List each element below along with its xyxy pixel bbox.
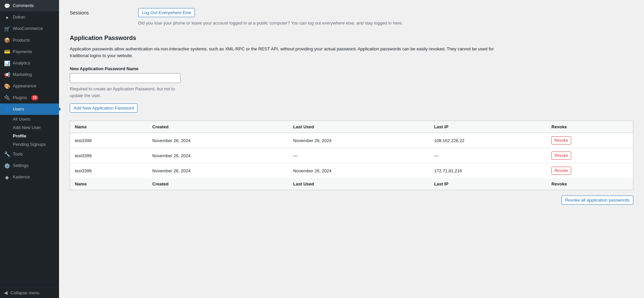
users-icon: 👤	[4, 106, 10, 112]
sidebar-item-users[interactable]: 👤Users	[0, 103, 59, 115]
table-header-row: Name Created Last Used Last IP Revoke	[70, 121, 633, 133]
row-last-ip: 172.71.81.216	[429, 163, 547, 178]
col-header-created: Created	[148, 121, 288, 133]
products-icon: 📦	[4, 37, 10, 43]
row-created: November 26, 2024	[148, 163, 288, 178]
submenu-item-profile[interactable]: Profile	[0, 132, 59, 140]
sidebar-item-kadence[interactable]: ◆Kadence	[0, 171, 59, 183]
sidebar-item-tools[interactable]: 🔧Tools	[0, 148, 59, 160]
collapse-menu-label: Collapse menu	[10, 290, 40, 295]
row-name: test3399	[70, 133, 148, 148]
plugins-badge: 10	[31, 95, 38, 100]
app-passwords-section: Application Passwords Application passwo…	[70, 35, 633, 205]
row-revoke-cell: Revoke	[547, 163, 633, 178]
sidebar-item-label-kadence: Kadence	[13, 174, 30, 180]
row-last-used: —	[288, 148, 429, 163]
col-footer-last-ip: Last IP	[429, 178, 547, 190]
analytics-icon: 📊	[4, 60, 10, 66]
settings-icon: ⚙️	[4, 163, 10, 169]
col-header-last-used: Last Used	[288, 121, 429, 133]
kadence-icon: ◆	[4, 174, 10, 180]
sidebar-item-label-marketing: Marketing	[13, 72, 32, 78]
sidebar-item-label-settings: Settings	[13, 163, 29, 169]
tools-icon: 🔧	[4, 151, 10, 157]
woocommerce-icon: 🛒	[4, 26, 10, 32]
row-name: test3399	[70, 148, 148, 163]
new-password-name-hint: Required to create an Application Passwo…	[70, 86, 180, 99]
revoke-all-row: Revoke all application passwords	[70, 196, 633, 205]
dokan-icon: ●	[4, 14, 10, 20]
revoke-button-0[interactable]: Revoke	[551, 136, 571, 144]
comments-icon: 💬	[4, 3, 10, 9]
sidebar-item-settings[interactable]: ⚙️Settings	[0, 160, 59, 171]
table-footer-row: Name Created Last Used Last IP Revoke	[70, 178, 633, 190]
sidebar-item-label-comments: Comments	[13, 3, 34, 9]
submenu-item-add-new-user[interactable]: Add New User	[0, 123, 59, 132]
app-passwords-description: Application passwords allow authenticati…	[70, 46, 506, 60]
col-header-last-ip: Last IP	[429, 121, 547, 133]
col-footer-created: Created	[148, 178, 288, 190]
sidebar-item-label-products: Products	[13, 37, 30, 43]
row-created: November 26, 2024	[148, 148, 288, 163]
revoke-button-2[interactable]: Revoke	[551, 167, 571, 175]
sidebar-item-label-plugins: Plugins	[13, 95, 27, 101]
col-footer-last-used: Last Used	[288, 178, 429, 190]
sidebar-item-label-woocommerce: WooCommerce	[13, 26, 43, 32]
row-name: test3399	[70, 163, 148, 178]
sessions-description: Did you lose your phone or leave your ac…	[138, 20, 633, 27]
row-last-ip: 108.162.226.22	[429, 133, 547, 148]
app-passwords-title: Application Passwords	[70, 35, 633, 42]
sessions-label: Sessions	[70, 8, 130, 15]
row-revoke-cell: Revoke	[547, 148, 633, 163]
revoke-button-1[interactable]: Revoke	[551, 152, 571, 160]
row-last-used: November 26, 2024	[288, 163, 429, 178]
row-created: November 26, 2024	[148, 133, 288, 148]
row-revoke-cell: Revoke	[547, 133, 633, 148]
plugins-icon: 🔌	[4, 95, 10, 101]
sidebar-item-comments[interactable]: 💬Comments	[0, 0, 59, 11]
sidebar-item-label-users: Users	[13, 106, 24, 112]
add-new-application-password-button[interactable]: Add New Application Password	[70, 103, 138, 113]
sidebar-item-woocommerce[interactable]: 🛒WooCommerce	[0, 23, 59, 34]
sidebar-item-payments[interactable]: 💳Payments	[0, 46, 59, 57]
sidebar-item-label-tools: Tools	[13, 151, 23, 157]
sessions-section: Sessions Log Out Everywhere Else Did you…	[70, 8, 633, 27]
new-password-name-label: New Application Password Name	[70, 66, 633, 71]
col-header-revoke: Revoke	[547, 121, 633, 133]
main-content: Sessions Log Out Everywhere Else Did you…	[59, 0, 644, 298]
users-submenu: All UsersAdd New UserProfilePending Sign…	[0, 115, 59, 148]
col-footer-name: Name	[70, 178, 148, 190]
collapse-menu-button[interactable]: ◀ Collapse menu	[0, 287, 59, 298]
appearance-icon: 🎨	[4, 83, 10, 89]
sidebar-item-appearance[interactable]: 🎨Appearance	[0, 80, 59, 92]
sessions-content: Log Out Everywhere Else Did you lose you…	[138, 8, 633, 27]
sidebar-item-label-payments: Payments	[13, 49, 32, 55]
sidebar: 💬Comments●Dokan🛒WooCommerce📦Products💳Pay…	[0, 0, 59, 298]
marketing-icon: 📢	[4, 72, 10, 78]
new-password-name-input[interactable]	[70, 73, 180, 83]
payments-icon: 💳	[4, 49, 10, 55]
submenu-item-pending-signups[interactable]: Pending Signups	[0, 140, 59, 148]
sidebar-item-marketing[interactable]: 📢Marketing	[0, 69, 59, 80]
table-row: test3399November 26, 2024November 26, 20…	[70, 133, 633, 148]
col-footer-revoke: Revoke	[547, 178, 633, 190]
row-last-used: November 26, 2024	[288, 133, 429, 148]
sidebar-item-plugins[interactable]: 🔌Plugins10	[0, 92, 59, 103]
sidebar-item-analytics[interactable]: 📊Analytics	[0, 57, 59, 69]
col-header-name: Name	[70, 121, 148, 133]
revoke-all-passwords-button[interactable]: Revoke all application passwords	[561, 196, 633, 205]
sidebar-item-label-analytics: Analytics	[13, 60, 30, 66]
submenu-item-all-users[interactable]: All Users	[0, 115, 59, 123]
sidebar-item-dokan[interactable]: ●Dokan	[0, 11, 59, 23]
sidebar-item-products[interactable]: 📦Products	[0, 35, 59, 46]
app-passwords-table: Name Created Last Used Last IP Revoke te…	[70, 121, 633, 190]
log-out-everywhere-button[interactable]: Log Out Everywhere Else	[138, 8, 195, 17]
table-row: test3399November 26, 2024November 26, 20…	[70, 163, 633, 178]
row-last-ip: —	[429, 148, 547, 163]
sidebar-item-label-dokan: Dokan	[13, 14, 25, 20]
table-row: test3399November 26, 2024——Revoke	[70, 148, 633, 163]
sidebar-item-label-appearance: Appearance	[13, 83, 36, 89]
